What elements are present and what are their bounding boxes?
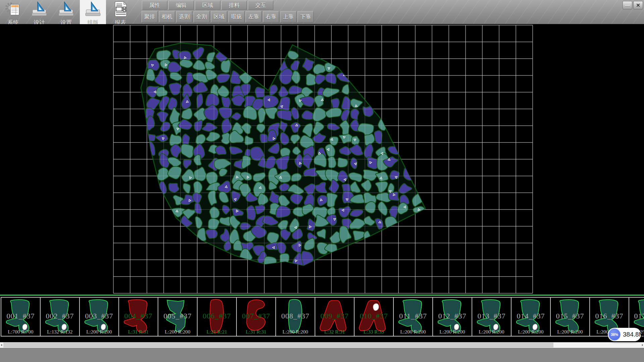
scrollbar-thumb[interactable] — [3, 343, 553, 348]
piece-shape — [355, 298, 392, 336]
menu-item-2[interactable]: 区域 — [195, 1, 220, 10]
piece-shape — [473, 298, 510, 336]
piece-shape — [394, 298, 431, 336]
bigbutton-settings[interactable]: 设置 — [53, 0, 79, 24]
piece-shape — [80, 298, 117, 336]
piece-shape — [277, 298, 314, 336]
piece-thumbnail-009_#37[interactable]: 009_#37L:32 R:31 — [315, 297, 354, 337]
piece-shape — [2, 298, 39, 336]
nesting-icon — [84, 0, 102, 18]
piece-thumbnail-005_#37[interactable]: 005_#37L:200 R:200 — [158, 297, 197, 337]
strip-highlight-line — [0, 295, 644, 296]
report-icon — [112, 0, 129, 18]
piece-shape — [198, 298, 235, 336]
piece-thumbnail-011_#37[interactable]: 011_#37L:200 R:200 — [393, 297, 432, 337]
nesting-layout-drawing — [0, 24, 644, 294]
tool-button-6[interactable]: 左靠 — [246, 11, 262, 22]
piece-thumbnail-012_#37[interactable]: 012_#37L:200 R:200 — [432, 297, 472, 337]
close-button[interactable]: ✕ — [633, 1, 643, 9]
piece-shape — [512, 298, 549, 336]
piece-shape — [237, 298, 274, 336]
piece-thumbnail-013_#37[interactable]: 013_#37L:200 R:200 — [472, 297, 511, 337]
tool-button-4[interactable]: 区域 — [211, 11, 227, 22]
tool-button-3[interactable]: 全割 — [194, 11, 210, 22]
toolbar: 系统设计设置排版报表 属性编辑区域排料交互 聚排相机选割全割区域瑕疵左靠右靠上靠… — [0, 0, 644, 24]
piece-thumbnail-007_#37[interactable]: 007_#37L:31 R:31 — [236, 297, 275, 337]
scroll-right-arrow-icon[interactable]: › — [641, 342, 644, 348]
status-bar — [0, 348, 644, 362]
tool-button-2[interactable]: 选割 — [176, 11, 192, 22]
piece-thumbnail-015_#37[interactable]: 015_#37L:200 R:200 — [550, 297, 589, 337]
piece-thumbnail-list: 001_#37L:700 R:700002_#37L:132 R:132003_… — [1, 297, 644, 337]
tool-button-0[interactable]: 聚排 — [142, 11, 158, 22]
piece-thumbnail-008_#37[interactable]: 008_#37L:200 R:200 — [275, 297, 315, 337]
piece-shape — [120, 298, 157, 336]
app-window: 系统设计设置排版报表 属性编辑区域排料交互 聚排相机选割全割区域瑕疵左靠右靠上靠… — [0, 0, 644, 362]
design-icon — [31, 0, 48, 18]
bigbutton-nesting[interactable]: 排版 — [80, 0, 106, 24]
piece-thumbnail-002_#37[interactable]: 002_#37L:132 R:132 — [40, 297, 79, 337]
memory-value: 384.8M — [623, 328, 644, 341]
scroll-left-arrow-icon[interactable]: ‹ — [0, 342, 3, 348]
tool-button-1[interactable]: 相机 — [159, 11, 175, 22]
menu-item-1[interactable]: 编辑 — [168, 1, 194, 10]
memory-badge: 38% 384.8M — [608, 328, 641, 341]
tool-button-9[interactable]: 下靠 — [298, 11, 314, 22]
piece-shape — [434, 298, 471, 336]
piece-thumbnail-004_#37[interactable]: 004_#37L:31 R:31 — [118, 297, 158, 337]
bigbutton-system[interactable]: 系统 — [0, 0, 26, 24]
nesting-canvas[interactable] — [0, 24, 644, 294]
tool-button-7[interactable]: 右靠 — [263, 11, 279, 22]
bigbutton-report[interactable]: 报表 — [107, 0, 133, 24]
tool-button-5[interactable]: 瑕疵 — [228, 11, 245, 22]
settings-icon — [57, 0, 75, 18]
pieces-strip: 001_#37L:700 R:700002_#37L:132 R:132003_… — [0, 294, 644, 342]
piece-shape — [316, 298, 353, 336]
piece-thumbnail-006_#37[interactable]: 006_#37L:21 R:21 — [197, 297, 236, 337]
progress-percent-badge: 38% — [608, 328, 621, 341]
menu-item-4[interactable]: 交互 — [248, 1, 273, 10]
piece-shape — [159, 298, 196, 336]
piece-shape — [41, 298, 78, 336]
bigbutton-design[interactable]: 设计 — [26, 0, 52, 24]
system-icon — [4, 0, 22, 18]
tool-button-8[interactable]: 上靠 — [280, 11, 297, 22]
horizontal-scrollbar[interactable]: ‹ › — [0, 342, 644, 348]
menu-item-0[interactable]: 属性 — [142, 1, 167, 10]
piece-thumbnail-010_#37[interactable]: 010_#37L:33 R:33 — [354, 297, 393, 337]
menu-item-3[interactable]: 排料 — [221, 1, 247, 10]
piece-shape — [551, 298, 588, 336]
minimize-button[interactable]: — — [623, 1, 632, 9]
piece-thumbnail-001_#37[interactable]: 001_#37L:700 R:700 — [1, 297, 40, 337]
piece-thumbnail-003_#37[interactable]: 003_#37L:200 R:200 — [79, 297, 118, 337]
piece-thumbnail-014_#37[interactable]: 014_#37L:200 R:200 — [511, 297, 550, 337]
